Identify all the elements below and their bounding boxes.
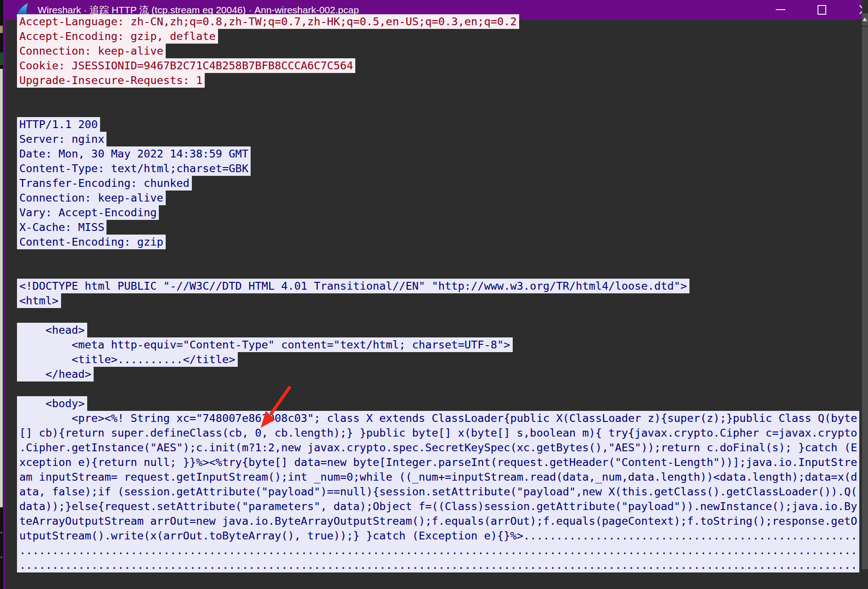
stream-line-blank (17, 102, 864, 117)
stream-line-server: data));}else{request.setAttribute("param… (17, 499, 864, 514)
stream-line-server: [] cb){return super.defineClass(cb, 0, c… (17, 426, 864, 440)
stream-line-server: .Cipher.getInstance("AES");c.init(m?1:2,… (17, 440, 864, 455)
stream-line-client: Connection: keep-alive (17, 44, 864, 58)
stream-line-client: Upgrade-Insecure-Requests: 1 (17, 73, 864, 88)
vertical-scrollbar[interactable] (862, 0, 868, 569)
maximize-icon (818, 5, 826, 15)
stream-line-server: <title>..........</title> (17, 352, 864, 367)
stream-line-blank (17, 381, 864, 396)
stream-line-server: HTTP/1.1 200 (17, 117, 864, 132)
stream-line-server: <html> (17, 293, 864, 308)
stream-line-server: teArrayOutputStream arrOut=new java.io.B… (17, 514, 864, 528)
stream-line-server: am inputStream= request.getInputStream()… (17, 470, 864, 484)
stream-line-server: <meta http-equiv="Content-Type" content=… (17, 337, 864, 352)
stream-line-blank (17, 264, 864, 279)
stream-line-server: Content-Type: text/html;charset=GBK (17, 161, 864, 176)
stream-line-server: Transfer-Encoding: chunked (17, 176, 864, 191)
background-window-dot (0, 532, 2, 533)
stream-line-blank (17, 249, 864, 264)
stream-line-server: X-Cache: MISS (17, 220, 864, 235)
follow-stream-text[interactable]: Accept-Language: zh-CN,zh;q=0.8,zh-TW;q=… (17, 14, 864, 572)
background-window-dot (0, 556, 2, 558)
stream-line-server: <pre><%! String xc="748007e861908c03"; c… (17, 411, 864, 426)
stream-line-server: xception e){return null; }}%><%try{byte[… (17, 455, 864, 470)
scroll-up-button[interactable] (862, 13, 868, 26)
stream-line-server: <body> (17, 396, 864, 411)
stream-line-server: <head> (17, 323, 864, 337)
background-window-pane (0, 69, 3, 507)
stream-line-blank (17, 88, 864, 102)
stream-line-client: Accept-Encoding: gzip, deflate (17, 29, 864, 44)
stream-line-blank (17, 308, 864, 323)
background-window-strip (0, 0, 3, 589)
scroll-up-icon (862, 17, 867, 21)
stream-line-server: Server: nginx (17, 132, 864, 146)
background-window-green-block (0, 52, 3, 65)
stream-line-server: Date: Mon, 30 May 2022 14:38:59 GMT (17, 146, 864, 161)
stream-line-client: Accept-Language: zh-CN,zh;q=0.8,zh-TW;q=… (17, 14, 864, 29)
scrollbar-thumb[interactable] (862, 27, 868, 569)
stream-line-server: ........................................… (17, 558, 864, 572)
stream-line-server: utputStream().write(x(arrOut.toByteArray… (17, 528, 864, 543)
stream-line-server: Vary: Accept-Encoding (17, 205, 864, 220)
stream-line-server: <!DOCTYPE html PUBLIC "-//W3C//DTD HTML … (17, 279, 864, 293)
stream-line-server: Content-Encoding: gzip (17, 235, 864, 249)
background-window-icon (0, 26, 3, 33)
stream-line-server: </head> (17, 367, 864, 381)
minimize-icon (776, 9, 785, 10)
stream-line-server: ........................................… (17, 543, 864, 558)
stream-line-server: ata, false);if (session.getAttribute("pa… (17, 484, 864, 499)
follow-stream-window: Wireshark · 追踪 HTTP 流 (tcp.stream eq 200… (3, 0, 868, 589)
stream-line-server: Connection: keep-alive (17, 191, 864, 205)
stream-line-client: Cookie: JSESSIONID=9467B2C71C4B258B7BFB8… (17, 58, 864, 73)
